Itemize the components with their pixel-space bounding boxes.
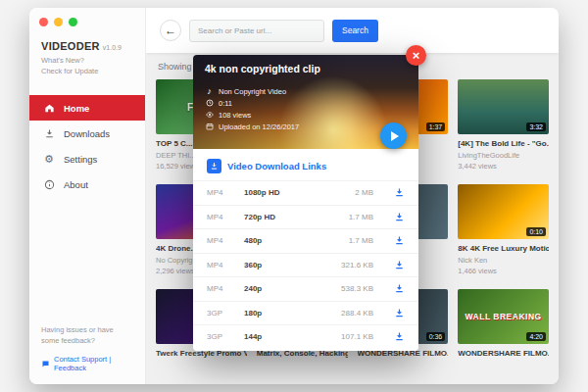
download-link-row[interactable]: 3GP 180p 288.4 KB	[193, 301, 418, 325]
video-duration-row: 0:11	[205, 97, 407, 109]
music-note-icon: ♪	[205, 87, 214, 96]
quality-label: 720p HD	[244, 213, 330, 221]
chat-icon	[41, 360, 50, 368]
sidebar-item-about[interactable]: About	[29, 172, 145, 197]
feedback-text: Having issues or have some feedback?	[41, 324, 133, 347]
format-label: MP4	[207, 261, 244, 270]
download-row-button[interactable]	[385, 187, 405, 198]
eye-icon	[205, 111, 214, 119]
download-row-button[interactable]	[385, 212, 405, 222]
download-link-row[interactable]: MP4 480p 1.7 MB	[193, 228, 418, 253]
home-icon	[43, 102, 55, 114]
download-icon	[394, 187, 405, 198]
contact-support-label: Contact Support | Feedback	[54, 355, 133, 372]
sidebar-nav: Home Downloads ⚙ Settings About	[29, 95, 145, 197]
sidebar-item-label: Downloads	[64, 128, 110, 139]
quality-label: 480p	[244, 236, 330, 245]
download-icon	[394, 260, 405, 270]
video-duration-value: 0:11	[219, 99, 232, 108]
video-duration-badge: 0:10	[526, 227, 546, 236]
video-title: [4K] The Bold Life - "Go...	[458, 139, 549, 148]
traffic-light-minimize-button[interactable]	[54, 18, 63, 26]
format-label: 3GP	[207, 309, 244, 318]
quality-label: 240p	[244, 284, 330, 293]
video-card[interactable]: WALL BREAKING 4:20 WONDERSHARE FILMO...	[458, 289, 549, 358]
download-link-row[interactable]: 3GP 144p 107.1 KB	[193, 324, 418, 349]
download-icon	[394, 283, 405, 294]
video-views-value: 108 views	[219, 111, 251, 120]
download-link-row[interactable]: MP4 720p HD 1.7 MB	[193, 205, 418, 229]
format-label: 3GP	[207, 332, 244, 341]
main-area: ← Search Showing FREE TOP 5 C... DEEP TH…	[146, 8, 559, 384]
close-button[interactable]: ×	[406, 45, 426, 66]
clock-icon	[205, 99, 214, 107]
back-button[interactable]: ←	[160, 20, 181, 41]
sidebar: VIDEODERv1.0.9 What's New? Check for Upd…	[29, 8, 146, 384]
traffic-light-maximize-button[interactable]	[69, 18, 77, 26]
sidebar-item-label: About	[64, 179, 88, 190]
video-views: 3,442 views	[458, 162, 549, 171]
top-bar: ← Search	[146, 8, 559, 53]
sidebar-item-downloads[interactable]: Downloads	[29, 121, 145, 146]
sidebar-item-label: Settings	[64, 154, 97, 165]
size-label: 538.3 KB	[330, 284, 385, 293]
download-links-icon	[207, 159, 221, 173]
video-thumbnail[interactable]: WALL BREAKING 4:20	[458, 289, 549, 344]
play-button[interactable]	[380, 122, 407, 149]
size-label: 288.4 KB	[330, 309, 385, 318]
quality-label: 1080p HD	[244, 188, 330, 197]
traffic-light-close-button[interactable]	[39, 18, 48, 26]
video-thumbnail[interactable]: 3:32	[458, 79, 549, 134]
search-input[interactable]	[189, 20, 324, 42]
search-button[interactable]: Search	[332, 20, 378, 42]
video-card[interactable]: 3:32 [4K] The Bold Life - "Go... LivingT…	[458, 79, 549, 171]
download-row-button[interactable]	[385, 331, 405, 342]
sidebar-item-settings[interactable]: ⚙ Settings	[29, 146, 145, 172]
download-link-row[interactable]: MP4 240p 538.3 KB	[193, 276, 418, 301]
sidebar-item-home[interactable]: Home	[29, 95, 145, 121]
download-row-button[interactable]	[385, 283, 405, 294]
size-label: 107.1 KB	[330, 332, 385, 341]
video-upload-row: Uploaded on 12/26/2017	[205, 121, 407, 132]
whats-new-link[interactable]: What's New?	[29, 54, 145, 65]
download-links-panel: Video Download Links MP4 1080p HD 2 MB M…	[193, 149, 418, 351]
check-update-link[interactable]: Check for Update	[29, 65, 145, 75]
video-preview[interactable]: 4k non copyrighted clip ♪ Non Copyright …	[193, 55, 418, 149]
quality-label: 144p	[244, 332, 330, 341]
download-row-button[interactable]	[385, 260, 405, 270]
gear-icon: ⚙	[43, 153, 55, 165]
close-icon: ×	[413, 49, 420, 62]
quality-label: 180p	[244, 309, 330, 318]
download-row-button[interactable]	[385, 235, 405, 246]
app-title: VIDEODER	[41, 40, 100, 52]
sidebar-footer: Having issues or have some feedback? Con…	[29, 324, 145, 385]
format-label: MP4	[207, 213, 244, 221]
play-icon	[391, 131, 399, 141]
video-channel: LivingTheGoodLife	[458, 151, 549, 160]
modal-video-title: 4k non copyrighted clip	[205, 63, 407, 74]
download-icon	[394, 331, 405, 342]
app-window: VIDEODERv1.0.9 What's New? Check for Upd…	[29, 8, 559, 384]
video-meta: ♪ Non Copyright Video 0:11 108 views	[205, 85, 407, 132]
video-type-label: Non Copyright Video	[219, 87, 286, 96]
video-duration-badge: 1:37	[426, 122, 446, 131]
video-views: 1,466 views	[458, 267, 549, 275]
size-label: 1.7 MB	[330, 213, 385, 221]
video-thumbnail[interactable]: 0:10	[458, 184, 549, 239]
video-title: 8K 4K Free Luxury Motio...	[458, 244, 549, 253]
video-channel: Nick Ken	[458, 256, 549, 265]
format-label: MP4	[207, 284, 244, 293]
video-details-modal: × 4k non copyrighted clip ♪ Non Copyrigh…	[193, 55, 418, 351]
quality-label: 360p	[244, 261, 330, 270]
download-icon	[394, 212, 405, 222]
video-card[interactable]: 0:10 8K 4K Free Luxury Motio... Nick Ken…	[458, 184, 549, 275]
download-link-row[interactable]: MP4 360p 321.6 KB	[193, 253, 418, 277]
download-links-header: Video Download Links	[193, 149, 418, 180]
download-row-button[interactable]	[385, 308, 405, 318]
video-duration-badge: 4:20	[526, 332, 546, 341]
download-link-row[interactable]: MP4 1080p HD 2 MB	[193, 180, 418, 205]
calendar-icon	[205, 122, 214, 130]
back-arrow-icon: ←	[165, 24, 176, 37]
video-title: WONDERSHARE FILMO...	[458, 349, 549, 358]
contact-support-link[interactable]: Contact Support | Feedback	[41, 355, 133, 372]
